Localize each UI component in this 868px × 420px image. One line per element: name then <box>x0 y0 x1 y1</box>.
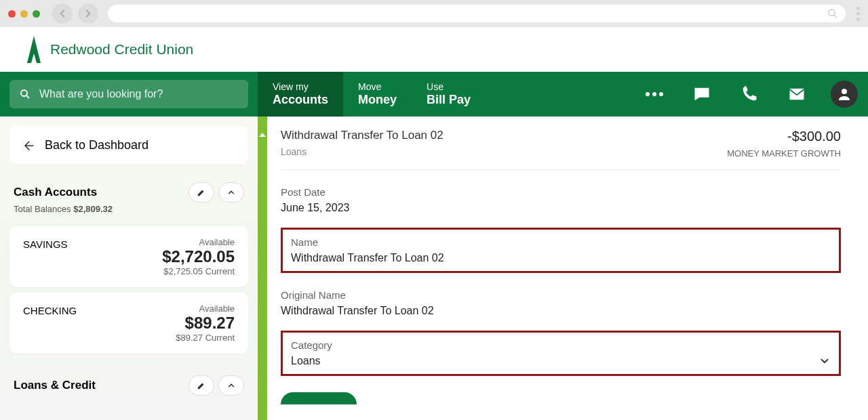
account-name: SAVINGS <box>23 237 68 250</box>
section-title: Loans & Credit <box>14 379 96 392</box>
logo-mark-icon <box>24 35 43 64</box>
global-search-input[interactable] <box>39 88 239 100</box>
arrow-left-icon <box>23 140 35 152</box>
transaction-category-short: Loans <box>281 146 443 157</box>
total-balances: Total Balances $2,809.32 <box>9 204 248 221</box>
nav-label-line1: View my <box>273 81 328 93</box>
chevron-down-icon <box>818 355 831 367</box>
category-field-highlight: Category Loans <box>281 331 841 376</box>
name-label: Name <box>291 236 831 248</box>
account-current: $2,725.05 Current <box>162 266 235 276</box>
account-current: $89.27 Current <box>176 333 235 343</box>
svg-rect-2 <box>790 89 804 100</box>
post-date-field: Post Date June 15, 2023 <box>281 186 841 214</box>
pencil-icon <box>197 381 206 390</box>
scroll-strip[interactable] <box>258 117 267 420</box>
chevron-up-icon <box>226 381 236 390</box>
transaction-source: MONEY MARKET GROWTH <box>727 148 841 159</box>
category-value: Loans <box>291 355 321 367</box>
category-select[interactable]: Loans <box>291 355 831 367</box>
section-title: Cash Accounts <box>14 186 97 199</box>
main-panel: Withdrawal Transfer To Loan 02 Loans -$3… <box>258 117 868 420</box>
nav-chat-button[interactable] <box>678 72 726 117</box>
account-savings[interactable]: SAVINGS Available $2,720.05 $2,725.05 Cu… <box>9 226 248 287</box>
name-value[interactable]: Withdrawal Transfer To Loan 02 <box>291 252 831 264</box>
nav-label-line1: Use <box>427 81 471 93</box>
sidebar: Back to Dashboard Cash Accounts Total Ba… <box>0 117 258 420</box>
dots-horizontal-icon <box>646 92 663 96</box>
available-label: Available <box>162 237 235 247</box>
window-minimize[interactable] <box>20 10 28 18</box>
nav-phone-button[interactable] <box>726 72 773 117</box>
category-label: Category <box>291 339 831 351</box>
collapse-accounts-button[interactable] <box>218 182 244 203</box>
brand-logo[interactable]: Redwood Credit Union <box>24 35 193 64</box>
svg-point-3 <box>842 89 847 94</box>
edit-accounts-button[interactable] <box>189 182 214 203</box>
post-date-value: June 15, 2023 <box>281 202 841 214</box>
transaction-amount: -$300.00 <box>727 129 841 144</box>
search-icon <box>827 7 839 20</box>
nav-billpay[interactable]: Use Bill Pay <box>412 72 486 117</box>
browser-back-button[interactable] <box>52 3 73 24</box>
nav-label-line2: Bill Pay <box>427 93 471 108</box>
browser-chrome <box>0 0 868 27</box>
nav-label-line2: Accounts <box>273 93 328 108</box>
brand-name: Redwood Credit Union <box>50 41 193 58</box>
pencil-icon <box>197 188 206 197</box>
post-date-label: Post Date <box>281 186 841 198</box>
nav-profile-button[interactable] <box>821 72 868 117</box>
save-button[interactable] <box>281 392 357 404</box>
account-amount: $89.27 <box>176 314 235 333</box>
transaction-title: Withdrawal Transfer To Loan 02 <box>281 129 443 142</box>
browser-forward-button[interactable] <box>78 3 98 24</box>
original-name-field: Original Name Withdrawal Transfer To Loa… <box>281 289 841 317</box>
global-search[interactable] <box>9 80 248 108</box>
cash-accounts-header: Cash Accounts <box>9 180 248 204</box>
mail-icon <box>787 85 806 104</box>
window-close[interactable] <box>8 10 16 18</box>
arrow-right-icon <box>82 7 94 20</box>
account-checking[interactable]: CHECKING Available $89.27 $89.27 Current <box>9 293 248 354</box>
arrow-left-icon <box>56 7 68 20</box>
chevron-up-icon <box>226 188 236 197</box>
nav-money[interactable]: Move Money <box>343 72 412 117</box>
browser-menu-button[interactable] <box>856 7 860 21</box>
collapse-loans-button[interactable] <box>218 375 244 396</box>
chat-icon <box>692 85 711 104</box>
back-label: Back to Dashboard <box>45 138 149 152</box>
scroll-up-icon <box>258 130 267 140</box>
nav-more-button[interactable] <box>631 72 678 117</box>
nav-label-line2: Money <box>358 93 397 108</box>
available-label: Available <box>176 303 235 314</box>
svg-point-0 <box>829 9 835 16</box>
nav-mail-button[interactable] <box>773 72 821 117</box>
window-controls <box>8 10 40 18</box>
name-field-highlight: Name Withdrawal Transfer To Loan 02 <box>281 228 841 273</box>
original-name-label: Original Name <box>281 289 841 301</box>
search-icon <box>19 88 31 100</box>
url-bar[interactable] <box>108 5 846 22</box>
account-amount: $2,720.05 <box>162 247 235 266</box>
avatar-icon <box>831 81 858 108</box>
loans-credit-header: Loans & Credit <box>9 373 248 397</box>
phone-icon <box>740 85 759 104</box>
back-to-dashboard[interactable]: Back to Dashboard <box>9 126 248 165</box>
logo-bar: Redwood Credit Union <box>0 27 868 72</box>
original-name-value: Withdrawal Transfer To Loan 02 <box>281 305 841 317</box>
primary-nav: View my Accounts Move Money Use Bill Pay <box>0 72 868 117</box>
account-name: CHECKING <box>23 303 77 316</box>
transaction-header: Withdrawal Transfer To Loan 02 Loans -$3… <box>281 123 841 170</box>
nav-label-line1: Move <box>358 81 397 93</box>
nav-accounts[interactable]: View my Accounts <box>258 72 343 117</box>
svg-point-1 <box>21 90 27 96</box>
window-maximize[interactable] <box>33 10 40 18</box>
edit-loans-button[interactable] <box>189 375 214 396</box>
